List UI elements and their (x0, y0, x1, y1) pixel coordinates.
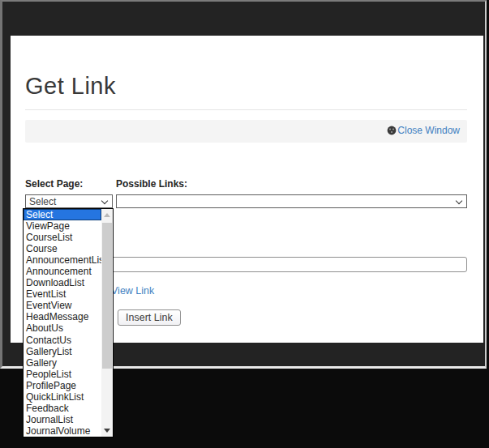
dropdown-option[interactable]: GalleryList (24, 346, 101, 357)
chevron-down-icon (101, 198, 108, 204)
option-list: SelectViewPageCourseListCourseAnnounceme… (24, 209, 101, 437)
title-divider (25, 109, 467, 110)
close-window-link[interactable]: Close Window (387, 125, 460, 136)
toolbar: Close Window (25, 120, 467, 143)
dropdown-option[interactable]: ViewPage (24, 220, 101, 232)
page-background: Get Link Close Window Select Page: Possi… (0, 0, 489, 448)
possible-links-dropdown[interactable] (116, 194, 467, 208)
select-page-dropdown[interactable]: Select (25, 194, 113, 208)
chevron-down-icon (456, 198, 462, 204)
page-title: Get Link (25, 73, 116, 100)
select-page-open-list: SelectViewPageCourseListCourseAnnounceme… (23, 208, 114, 437)
dropdown-option[interactable]: Announcement (24, 266, 101, 277)
dropdown-option[interactable]: Select (24, 209, 101, 220)
view-link[interactable]: View Link (111, 285, 154, 297)
scroll-down-icon[interactable] (101, 425, 113, 437)
dropdown-option[interactable]: HeadMessage (24, 311, 101, 322)
dropdown-option[interactable]: JournalList (24, 414, 101, 425)
listbox-scrollbar[interactable] (101, 209, 113, 437)
dropdown-option[interactable]: AboutUs (24, 322, 101, 334)
dropdown-option[interactable]: AnnouncementList (24, 254, 101, 266)
dropdown-option[interactable]: PeopleList (24, 369, 101, 380)
dropdown-option[interactable]: EventView (24, 300, 101, 311)
possible-links-label: Possible Links: (116, 178, 187, 190)
dropdown-option[interactable]: Gallery (24, 357, 101, 369)
dropdown-option[interactable]: CourseList (24, 232, 101, 243)
dropdown-option[interactable]: EventList (24, 288, 101, 300)
dropdown-option[interactable]: ProfilePage (24, 380, 101, 391)
dropdown-option[interactable]: JournalVolume (24, 425, 101, 437)
close-window-label: Close Window (397, 125, 460, 136)
dropdown-option[interactable]: Feedback (24, 403, 101, 414)
select-page-label: Select Page: (25, 178, 83, 190)
scroll-up-icon[interactable] (101, 209, 113, 221)
insert-link-button[interactable]: Insert Link (118, 309, 181, 326)
select-page-value: Select (29, 196, 56, 207)
dropdown-option[interactable]: Course (24, 243, 101, 254)
dropdown-option[interactable]: DownloadList (24, 277, 101, 288)
dropdown-option[interactable]: ContactUs (24, 335, 101, 346)
scrollbar-thumb[interactable] (102, 223, 112, 369)
dropdown-option[interactable]: QuickLinkList (24, 391, 101, 403)
close-window-icon (387, 126, 397, 135)
